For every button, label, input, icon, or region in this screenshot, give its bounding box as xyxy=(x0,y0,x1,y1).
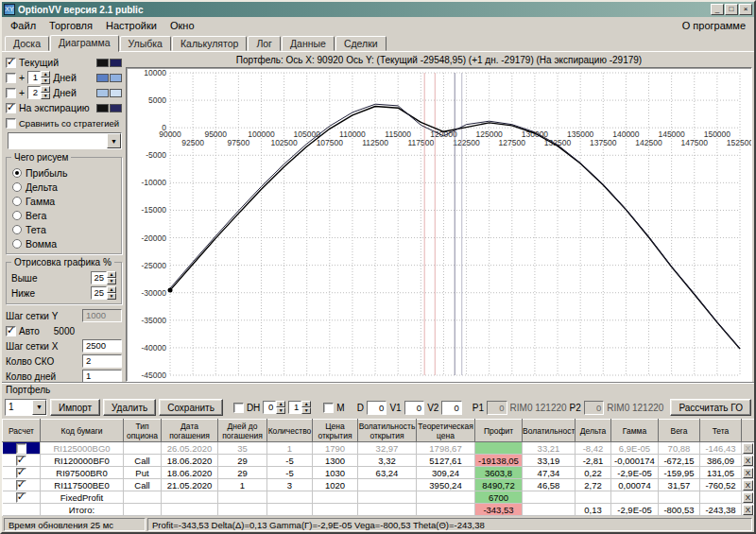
portfolio-select[interactable]: 1 ▼ xyxy=(5,399,47,416)
day1-spinner[interactable]: 1▲▼ xyxy=(27,71,50,84)
row-close-button[interactable]: X xyxy=(743,456,753,466)
spin-down-icon[interactable]: ▼ xyxy=(41,78,50,84)
radio-theta[interactable] xyxy=(12,225,22,234)
grid-step-x-label: Шаг сетки X xyxy=(6,341,79,352)
menu-window[interactable]: Окно xyxy=(163,19,201,32)
column-header: Дней до погашения xyxy=(218,420,267,442)
spin-up-icon[interactable]: ▲ xyxy=(41,71,50,78)
menu-settings[interactable]: Настройки xyxy=(99,19,163,32)
above-spinner[interactable]: 25▲▼ xyxy=(91,271,116,284)
y-axis-label: -5000 xyxy=(146,150,166,160)
chevron-down-icon[interactable]: ▼ xyxy=(107,133,121,148)
tab-board[interactable]: Доска xyxy=(5,36,49,51)
update-time-status: Время обновления 25 мс xyxy=(4,518,146,531)
tab-log[interactable]: Лог xyxy=(248,36,281,51)
title-bar[interactable]: XY OptionVV версия 2.1 public _ □ × xyxy=(2,2,754,17)
p2-field[interactable]: 0 xyxy=(584,401,604,415)
row-close-button[interactable]: X xyxy=(743,492,753,503)
d-field[interactable]: 0 xyxy=(367,401,387,415)
below-spinner[interactable]: 25▲▼ xyxy=(91,286,116,300)
x-axis-label: 107500 xyxy=(317,138,344,147)
save-button[interactable]: Сохранить xyxy=(159,399,223,416)
tab-calculator[interactable]: Калькулятор xyxy=(172,36,247,51)
tab-deals[interactable]: Сделки xyxy=(335,36,387,51)
spin-up-icon[interactable]: ▲ xyxy=(41,86,50,93)
row-calc-checkbox[interactable] xyxy=(16,492,26,503)
delete-button[interactable]: Удалить xyxy=(103,399,156,416)
spin-down-icon[interactable]: ▼ xyxy=(276,407,285,414)
radio-vega[interactable] xyxy=(12,211,22,220)
dh-spinner-1[interactable]: 0▲▼ xyxy=(263,401,285,414)
v1-field[interactable]: 0 xyxy=(404,401,424,415)
spin-down-icon[interactable]: ▼ xyxy=(301,407,311,414)
cell-delta: 0,22 xyxy=(576,467,611,479)
tab-diagram[interactable]: Диаграмма xyxy=(50,35,119,52)
cell-open_price xyxy=(313,491,358,504)
x-axis-label: 92500 xyxy=(181,138,204,147)
close-button[interactable]: × xyxy=(739,4,752,15)
spin-up-icon[interactable]: ▲ xyxy=(107,271,116,278)
chevron-down-icon[interactable]: ▼ xyxy=(32,400,46,415)
radio-delta[interactable] xyxy=(12,182,22,192)
plus2-checkbox[interactable] xyxy=(6,88,16,98)
maximize-button[interactable]: □ xyxy=(725,4,738,15)
tab-smile[interactable]: Улыбка xyxy=(120,36,171,51)
dh-spinner-2[interactable]: 1▲▼ xyxy=(288,401,311,414)
cell-qty xyxy=(267,504,313,516)
start-point-marker xyxy=(168,288,173,293)
menu-file[interactable]: Файл xyxy=(4,19,43,32)
menu-about[interactable]: О программе xyxy=(676,19,752,32)
row-calc-checkbox[interactable] xyxy=(16,456,26,466)
cell-type: Put xyxy=(124,467,162,479)
expiry-checkbox[interactable] xyxy=(6,103,16,113)
cko-count-field[interactable]: 2 xyxy=(82,354,122,368)
m-label: M xyxy=(336,403,344,413)
table-row: RI125000BG026.05.2020351179032,971798,67… xyxy=(3,442,755,455)
tab-data[interactable]: Данные xyxy=(282,36,335,51)
spin-down-icon[interactable]: ▼ xyxy=(107,278,116,284)
spin-down-icon[interactable]: ▼ xyxy=(107,293,116,300)
cell-qty: 1 xyxy=(267,442,313,455)
cell-days: 1 xyxy=(218,479,267,491)
row-calc-checkbox[interactable] xyxy=(16,468,26,478)
expiry-color-swatch-1 xyxy=(96,104,109,112)
spin-up-icon[interactable]: ▲ xyxy=(301,401,311,407)
plus1-checkbox[interactable] xyxy=(6,73,16,83)
radio-vomma[interactable] xyxy=(12,239,22,249)
auto-grid-checkbox[interactable] xyxy=(6,326,16,336)
grid-step-x-field[interactable]: 2500 xyxy=(82,339,122,353)
spin-up-icon[interactable]: ▲ xyxy=(107,286,116,293)
day2-unit-label: Дней xyxy=(53,87,77,98)
x-axis-label: 97500 xyxy=(228,138,250,147)
v2-field[interactable]: 0 xyxy=(441,401,461,415)
strategy-select[interactable]: ▼ xyxy=(8,132,122,149)
row-close-button[interactable]: X xyxy=(743,480,753,491)
minimize-button[interactable]: _ xyxy=(711,4,724,15)
spin-down-icon[interactable]: ▼ xyxy=(41,93,50,99)
radio-profit[interactable] xyxy=(12,168,22,178)
import-button[interactable]: Импорт xyxy=(50,399,100,416)
days-count-field[interactable]: 1 xyxy=(82,370,122,383)
row-close-button[interactable]: X xyxy=(743,505,753,515)
dh-checkbox[interactable] xyxy=(233,403,244,413)
m-checkbox[interactable] xyxy=(323,403,334,413)
pnl-chart-container[interactable]: 1000050000-5000-10000-15000-20000-25000-… xyxy=(126,67,752,382)
row-calc-checkbox[interactable] xyxy=(16,443,26,454)
cell-delta xyxy=(576,491,611,504)
below-label: Ниже xyxy=(11,288,88,299)
compare-strategy-checkbox[interactable] xyxy=(6,118,16,129)
radio-gamma[interactable] xyxy=(12,197,22,206)
row-close-button[interactable]: X xyxy=(743,443,753,454)
menu-trading[interactable]: Торговля xyxy=(43,19,99,32)
current-checkbox[interactable] xyxy=(6,58,16,68)
p1-field[interactable]: 0 xyxy=(487,401,507,415)
p2-ticker-label: RIM0 121220 xyxy=(607,403,663,413)
row-close-button[interactable]: X xyxy=(743,468,753,478)
table-row: RI120000BF0Call18.06.202029-513003,32512… xyxy=(3,455,755,467)
grid-step-y-field[interactable]: 1000 xyxy=(82,309,122,322)
calc-go-button[interactable]: Рассчитать ГО xyxy=(670,399,751,416)
spin-up-icon[interactable]: ▲ xyxy=(276,401,285,407)
calc-cell xyxy=(3,455,41,467)
day2-spinner[interactable]: 2▲▼ xyxy=(27,86,50,99)
row-calc-checkbox[interactable] xyxy=(16,480,26,491)
